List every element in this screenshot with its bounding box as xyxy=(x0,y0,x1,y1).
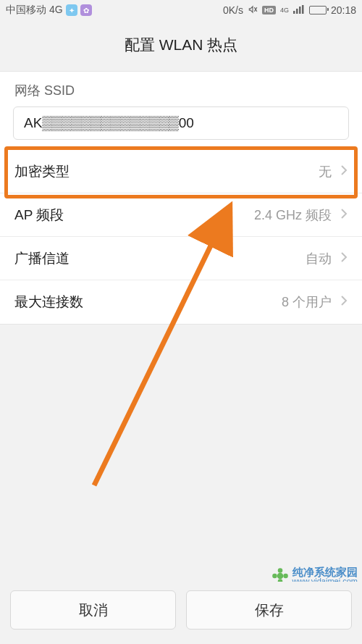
broadcast-channel-row[interactable]: 广播信道 自动 xyxy=(0,237,362,280)
net-speed: 0K/s xyxy=(223,4,243,16)
bottom-bar: 取消 保存 xyxy=(0,582,362,644)
ap-band-value: 2.4 GHz 频段 xyxy=(254,206,332,224)
broadcast-channel-value: 自动 xyxy=(306,250,332,267)
cancel-button[interactable]: 取消 xyxy=(10,590,176,630)
ap-band-row[interactable]: AP 频段 2.4 GHz 频段 xyxy=(0,193,362,237)
ap-band-label: AP 频段 xyxy=(14,206,64,225)
svg-rect-5 xyxy=(302,5,304,14)
max-connections-row[interactable]: 最大连接数 8 个用户 xyxy=(0,280,362,324)
mute-icon xyxy=(248,4,258,17)
chevron-right-icon xyxy=(340,164,348,179)
clock: 20:18 xyxy=(331,4,356,16)
status-bar: 中国移动 4G ✦ ✿ 0K/s HD 4G 20:18 xyxy=(0,0,362,20)
svg-point-7 xyxy=(277,573,283,580)
page-title: 配置 WLAN 热点 xyxy=(0,20,362,71)
encryption-row[interactable]: 加密类型 无 xyxy=(0,150,362,193)
app-icon-2: ✿ xyxy=(80,4,92,16)
carrier-label: 中国移动 4G xyxy=(6,4,63,17)
encryption-value: 无 xyxy=(319,163,332,180)
chevron-right-icon xyxy=(340,251,348,266)
max-connections-value: 8 个用户 xyxy=(282,293,332,311)
ssid-label: 网络 SSID xyxy=(0,71,362,106)
svg-rect-4 xyxy=(299,7,301,14)
chevron-right-icon xyxy=(340,295,348,309)
signal-icon xyxy=(293,4,305,16)
hd-badge: HD xyxy=(262,6,276,14)
ssid-input[interactable] xyxy=(13,106,349,140)
max-connections-label: 最大连接数 xyxy=(14,293,83,311)
chevron-right-icon xyxy=(340,208,348,222)
svg-rect-3 xyxy=(296,9,298,14)
watermark-brand: 纯净系统家园 xyxy=(292,566,358,578)
app-icon-1: ✦ xyxy=(66,4,77,16)
svg-rect-2 xyxy=(293,11,295,14)
save-button[interactable]: 保存 xyxy=(186,590,352,630)
network-type: 4G xyxy=(280,7,289,14)
broadcast-channel-label: 广播信道 xyxy=(14,249,70,268)
battery-icon xyxy=(309,6,327,14)
encryption-label: 加密类型 xyxy=(14,162,70,181)
